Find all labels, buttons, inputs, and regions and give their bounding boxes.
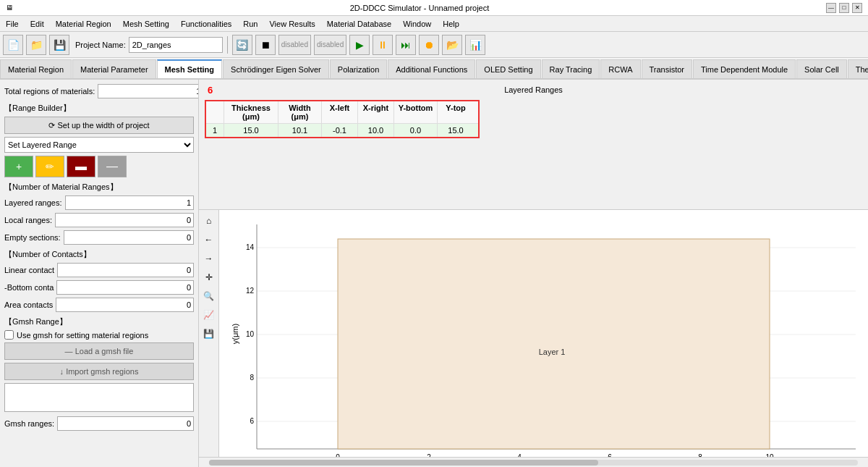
tab-schrodinger[interactable]: Schrödinger Eigen Solver <box>223 59 329 78</box>
title-bar-icon: 🖥 <box>6 4 13 12</box>
viz-left-button[interactable]: ← <box>201 232 217 248</box>
layered-ranges-title: Layered Ranges <box>504 85 563 94</box>
viz-stats-button[interactable]: 📈 <box>201 307 217 323</box>
col-header-ytop: Y-top <box>438 101 474 123</box>
gmsh-checkbox[interactable] <box>4 330 14 340</box>
bottom-conta-input[interactable] <box>56 280 194 295</box>
linear-contact-input[interactable] <box>57 263 194 277</box>
refresh-button[interactable]: 🔄 <box>232 35 252 55</box>
h-scrollbar[interactable] <box>199 457 868 467</box>
col-header-width: Width (μm) <box>278 101 322 123</box>
menu-help[interactable]: Help <box>437 18 465 30</box>
gmsh-ranges-input[interactable] <box>57 416 194 431</box>
fast-forward-button[interactable]: ⏭ <box>396 35 416 55</box>
title-bar-title: 2D-DDCC Simulator - Unnamed project <box>13 4 826 12</box>
close-button[interactable]: ✕ <box>852 3 862 13</box>
open-file-button[interactable]: 📁 <box>26 35 46 55</box>
table-header-row: Thickness (μm) Width (μm) X-left X-right… <box>206 101 478 124</box>
tab-additional-functions[interactable]: Additional Functions <box>388 59 475 78</box>
project-name-input[interactable] <box>129 37 223 53</box>
maximize-button[interactable]: □ <box>839 3 849 13</box>
x-tick-2: 2 <box>427 453 431 457</box>
tab-solar-cell[interactable]: Solar Cell <box>796 59 847 78</box>
gmsh-checkbox-label: Use gmsh for setting material regions <box>17 331 148 340</box>
viz-zoom-button[interactable]: 🔍 <box>201 288 217 304</box>
menu-functionalities[interactable]: Functionalities <box>175 18 237 30</box>
clear-range-button[interactable]: — <box>98 156 127 177</box>
empty-sections-input[interactable] <box>64 230 194 245</box>
menu-material-database[interactable]: Material Database <box>321 18 397 30</box>
layer-1-label: Layer 1 <box>539 348 566 356</box>
gmsh-text-area[interactable] <box>4 383 194 412</box>
menu-mesh-setting[interactable]: Mesh Setting <box>117 18 175 30</box>
tab-mesh-setting[interactable]: Mesh Setting <box>157 59 222 78</box>
menu-file[interactable]: File <box>0 18 25 30</box>
tab-rcwa[interactable]: RCWA <box>600 59 640 78</box>
y-tick-12: 12 <box>246 287 255 295</box>
setup-width-button[interactable]: ⟳ Set up the width of project <box>4 117 194 134</box>
load-gmsh-button[interactable]: — Load a gmsh file <box>4 342 194 360</box>
chart-button[interactable]: 📊 <box>465 35 485 55</box>
folder-button[interactable]: 📂 <box>442 35 462 55</box>
local-ranges-input[interactable] <box>55 213 194 227</box>
menu-view-results[interactable]: View Results <box>263 18 320 30</box>
disabled-label-2: disabled <box>317 41 344 49</box>
title-bar-controls: — □ ✕ <box>826 3 862 13</box>
col-header-xright: X-right <box>358 101 394 123</box>
total-regions-label: Total regions of materials: <box>4 87 95 96</box>
col-header-thickness: Thickness (μm) <box>224 101 278 123</box>
cell-xright: 10.0 <box>358 124 394 137</box>
remove-range-button[interactable]: ▬ <box>67 156 95 177</box>
total-regions-input[interactable] <box>98 84 199 98</box>
viz-home-button[interactable]: ⌂ <box>201 213 217 229</box>
set-layered-range-dropdown[interactable]: Set Layered Range <box>4 137 194 153</box>
menu-material-region[interactable]: Material Region <box>50 18 117 30</box>
pause-button[interactable]: ⏸ <box>373 35 393 55</box>
tab-material-region[interactable]: Material Region <box>0 59 72 78</box>
record-button[interactable]: ⏺ <box>419 35 439 55</box>
col-header-xleft: X-left <box>322 101 358 123</box>
tab-transistor[interactable]: Transistor <box>642 59 693 78</box>
menu-window[interactable]: Window <box>397 18 437 30</box>
tab-material-parameter[interactable]: Material Parameter <box>72 59 156 78</box>
y-tick-8: 8 <box>250 374 254 382</box>
viz-right-button[interactable]: → <box>201 251 217 266</box>
viz-save-button[interactable]: 💾 <box>201 326 217 342</box>
tab-ray-tracing[interactable]: Ray Tracing <box>542 59 600 78</box>
chart-svg: 14 12 10 8 6 <box>219 210 868 457</box>
num-contacts-header: 【Number of Contacts】 <box>4 249 194 260</box>
new-file-button[interactable]: 📄 <box>3 35 23 55</box>
h-scrollbar-thumb[interactable] <box>209 460 598 466</box>
col-header-num <box>206 101 224 123</box>
tab-thermal[interactable]: Thermal <box>848 59 868 78</box>
col-header-ybottom: Y-bottom <box>394 101 438 123</box>
play-button[interactable]: ▶ <box>349 35 370 55</box>
edit-range-button[interactable]: ✏ <box>35 156 64 177</box>
gmsh-ranges-label: Gmsh ranges: <box>4 419 54 428</box>
disabled-btn-1[interactable]: disabled <box>278 35 311 55</box>
menu-edit[interactable]: Edit <box>25 18 50 30</box>
table-row[interactable]: 1 15.0 10.1 -0.1 10.0 0.0 15.0 <box>206 124 478 137</box>
gmsh-range-header: 【Gmsh Range】 <box>4 316 194 327</box>
layered-ranges-label: Layered ranges: <box>4 198 62 207</box>
gmsh-ranges-row: Gmsh ranges: <box>4 416 194 431</box>
x-tick-10: 10 <box>765 453 774 457</box>
tab-time-dependent[interactable]: Time Dependent Module <box>693 59 796 78</box>
disabled-btn-2[interactable]: disabled <box>314 35 346 55</box>
x-tick-8: 8 <box>698 453 702 457</box>
range-builder-header: 【Range Builder】 <box>4 103 194 114</box>
viz-crosshair-button[interactable]: ✛ <box>201 269 217 285</box>
stop-button[interactable]: ⏹ <box>255 35 276 55</box>
bottom-conta-label: -Bottom conta <box>4 283 54 292</box>
layered-ranges-input[interactable] <box>65 195 195 210</box>
tab-oled-setting[interactable]: OLED Setting <box>476 59 540 78</box>
add-range-button[interactable]: + <box>4 156 33 177</box>
menu-run[interactable]: Run <box>237 18 263 30</box>
tab-polarization[interactable]: Polarization <box>330 59 387 78</box>
save-button[interactable]: 💾 <box>49 35 69 55</box>
area-contacts-input[interactable] <box>56 298 194 312</box>
import-gmsh-button[interactable]: ↓ Import gmsh regions <box>4 363 194 380</box>
num-material-ranges-header: 【Number of Material Ranges】 <box>4 182 194 193</box>
minimize-button[interactable]: — <box>826 3 836 13</box>
main-content: Total regions of materials: 【Range Build… <box>0 80 868 467</box>
